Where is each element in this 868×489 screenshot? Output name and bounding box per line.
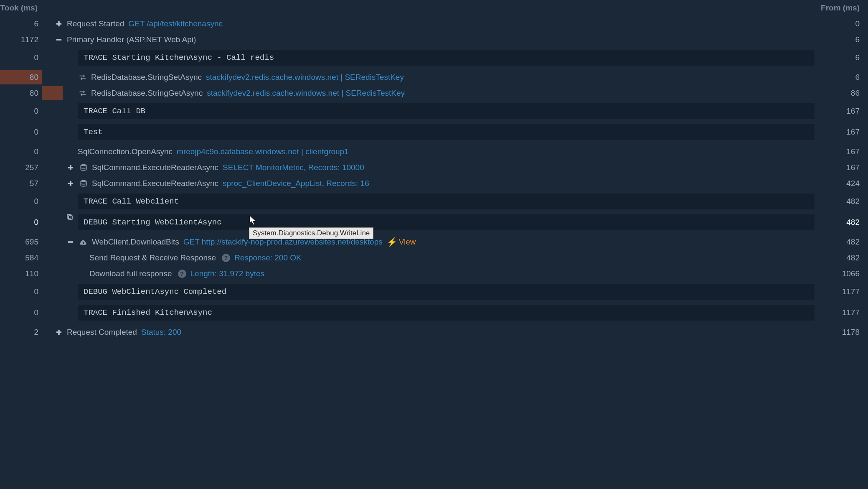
trace-row[interactable]: 0DEBUG Starting WebClientAsync482 [0, 213, 868, 232]
trace-row[interactable]: 257SqlCommand.ExecuteReaderAsyncSELECT M… [0, 160, 868, 176]
trace-row[interactable]: 0DEBUG WebClientAsync Completed1177 [0, 283, 868, 301]
from-value: 0 [818, 16, 868, 32]
log-message: DEBUG WebClientAsync Completed [78, 284, 815, 300]
svg-rect-7 [68, 183, 73, 184]
trace-row[interactable]: 6Request StartedGET /api/test/kitchenasy… [0, 16, 868, 32]
view-link[interactable]: View [399, 237, 416, 247]
from-value: 167 [818, 144, 868, 160]
row-content: TRACE Call DB [42, 102, 818, 120]
row-detail-link[interactable]: sproc_ClientDevice_AppList, Records: 16 [223, 179, 369, 188]
took-value: 695 [0, 234, 42, 250]
trace-header: Took (ms) From (ms) [0, 0, 868, 16]
header-took: Took (ms) [0, 3, 42, 13]
took-value: 2 [0, 324, 42, 340]
took-value: 0 [0, 213, 42, 232]
db-icon [79, 163, 89, 173]
row-content: TRACE Call Webclient [42, 192, 818, 211]
collapse-icon[interactable] [54, 35, 63, 44]
row-label: Request Started [67, 19, 124, 28]
tooltip: System.Diagnostics.Debug.WriteLine [249, 227, 373, 239]
help-icon[interactable]: ? [222, 254, 230, 262]
row-label: Primary Handler (ASP.NET Web Api) [67, 35, 196, 44]
log-message: Test [78, 124, 815, 140]
bolt-icon: ⚡ [387, 237, 397, 247]
row-content: SqlConnection.OpenAsyncmreojp4c9o.databa… [42, 144, 818, 160]
trace-row[interactable]: 0TRACE Call DB167 [0, 102, 868, 120]
row-content: RedisDatabase.StringSetAsyncstackifydev2… [42, 69, 818, 85]
svg-point-8 [81, 180, 86, 182]
row-detail-link[interactable]: stackifydev2.redis.cache.windows.net | S… [207, 89, 405, 98]
row-detail-link[interactable]: Response: 200 OK [234, 253, 302, 262]
trace-row[interactable]: 0TRACE Finished KitchenAsync1177 [0, 303, 868, 322]
trace-row[interactable]: 80RedisDatabase.StringGetAsyncstackifyde… [0, 85, 868, 101]
took-value: 0 [0, 123, 42, 141]
trace-row[interactable]: 57SqlCommand.ExecuteReaderAsyncsproc_Cli… [0, 176, 868, 191]
swap-icon [78, 88, 88, 98]
trace-row[interactable]: 695WebClient.DownloadBitsGET http://stac… [0, 234, 868, 250]
row-content: DEBUG WebClientAsync Completed [42, 283, 818, 301]
from-value: 482 [818, 192, 868, 211]
took-value: 6 [0, 16, 42, 32]
from-value: 86 [818, 85, 868, 101]
trace-row[interactable]: 80RedisDatabase.StringSetAsyncstackifyde… [0, 69, 868, 85]
row-detail-link[interactable]: Status: 200 [141, 328, 181, 337]
trace-row[interactable]: 0TRACE Starting KitchenAsync - Call redi… [0, 48, 868, 67]
db-icon [79, 178, 89, 188]
trace-row[interactable]: 584Send Request & Receive Response?Respo… [0, 250, 868, 266]
row-content: Send Request & Receive Response?Response… [42, 250, 818, 266]
from-value: 167 [818, 123, 868, 141]
row-content: WebClient.DownloadBitsGET http://stackif… [42, 234, 818, 250]
trace-row[interactable]: 2Request CompletedStatus: 2001178 [0, 324, 868, 340]
trace-rows: 6Request StartedGET /api/test/kitchenasy… [0, 16, 868, 340]
row-content: RedisDatabase.StringGetAsyncstackifydev2… [42, 85, 818, 101]
from-value: 6 [818, 32, 868, 48]
row-detail-link[interactable]: stackifydev2.redis.cache.windows.net | S… [206, 73, 404, 82]
log-message: DEBUG Starting WebClientAsync [78, 214, 815, 230]
row-detail-link[interactable]: GET /api/test/kitchenasync [128, 19, 223, 28]
trace-row[interactable]: 1172Primary Handler (ASP.NET Web Api)6 [0, 32, 868, 48]
row-content: SqlCommand.ExecuteReaderAsyncsproc_Clien… [42, 176, 818, 191]
took-value: 1172 [0, 32, 42, 48]
log-message: TRACE Starting KitchenAsync - Call redis [78, 50, 815, 66]
expand-icon[interactable] [54, 328, 63, 337]
took-value: 0 [0, 192, 42, 211]
took-value: 0 [0, 102, 42, 120]
row-label: Request Completed [67, 328, 137, 337]
took-value: 0 [0, 48, 42, 67]
expand-icon[interactable] [66, 179, 75, 188]
svg-rect-11 [68, 241, 73, 243]
log-message: TRACE Call Webclient [78, 194, 815, 209]
svg-rect-4 [68, 167, 73, 168]
trace-row[interactable]: 0SqlConnection.OpenAsyncmreojp4c9o.datab… [0, 144, 868, 160]
from-value: 1177 [818, 283, 868, 301]
help-icon[interactable]: ? [178, 270, 186, 278]
collapse-icon[interactable] [66, 237, 75, 247]
svg-rect-9 [69, 216, 72, 219]
row-content: Primary Handler (ASP.NET Web Api) [42, 32, 818, 48]
row-label: WebClient.DownloadBits [92, 237, 179, 247]
row-detail-link[interactable]: Length: 31,972 bytes [190, 269, 264, 278]
row-detail-link[interactable]: mreojp4c9o.database.windows.net | client… [177, 147, 349, 156]
row-content: Test [42, 123, 818, 141]
from-value: 6 [818, 69, 868, 85]
row-detail-link[interactable]: SELECT MonitorMetric, Records: 10000 [223, 163, 364, 172]
from-value: 1177 [818, 303, 868, 322]
trace-row[interactable]: 0TRACE Call Webclient482 [0, 192, 868, 211]
expand-icon[interactable] [66, 163, 75, 172]
row-label: SqlConnection.OpenAsync [78, 147, 173, 156]
row-content: Download full response?Length: 31,972 by… [42, 266, 818, 282]
from-value: 424 [818, 176, 868, 191]
expand-icon[interactable] [54, 19, 63, 28]
row-label: SqlCommand.ExecuteReaderAsync [92, 163, 218, 172]
row-content: TRACE Finished KitchenAsync [42, 303, 818, 322]
log-message: TRACE Finished KitchenAsync [78, 305, 815, 321]
copy-icon[interactable] [66, 213, 74, 223]
trace-row[interactable]: 0Test167 [0, 123, 868, 141]
row-content: SqlCommand.ExecuteReaderAsyncSELECT Moni… [42, 160, 818, 176]
row-label: Send Request & Receive Response [89, 253, 216, 262]
trace-row[interactable]: 110Download full response?Length: 31,972… [0, 266, 868, 282]
row-content: Request CompletedStatus: 200 [42, 324, 818, 340]
header-from: From (ms) [818, 3, 868, 13]
took-value: 0 [0, 144, 42, 160]
row-label: SqlCommand.ExecuteReaderAsync [92, 179, 218, 188]
